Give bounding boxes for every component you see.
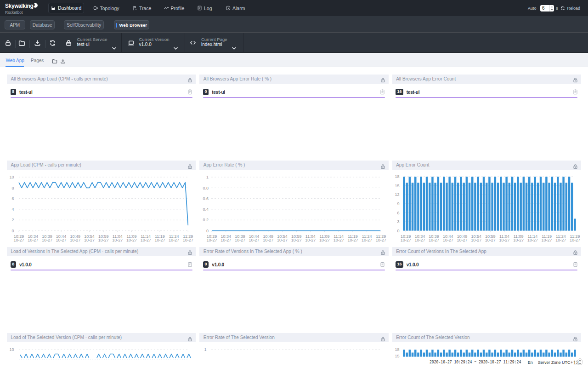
svg-text:10-27: 10-27 xyxy=(84,238,95,242)
svg-text:10-27: 10-27 xyxy=(414,238,425,242)
svg-text:10-27: 10-27 xyxy=(457,238,467,242)
svg-text:10-27: 10-27 xyxy=(348,238,358,242)
svg-text:10: 10 xyxy=(9,347,14,352)
svg-text:2: 2 xyxy=(11,218,14,222)
svg-text:10-27: 10-27 xyxy=(570,238,580,242)
svg-text:1: 1 xyxy=(204,347,207,352)
svg-text:10-27: 10-27 xyxy=(154,238,165,242)
svg-text:10-27: 10-27 xyxy=(56,238,67,242)
svg-text:9: 9 xyxy=(397,201,399,206)
svg-text:0: 0 xyxy=(11,229,14,233)
svg-text:10-27: 10-27 xyxy=(207,238,217,242)
svg-text:10-27: 10-27 xyxy=(221,238,232,242)
svg-text:10-27: 10-27 xyxy=(471,238,481,242)
svg-text:10: 10 xyxy=(9,175,14,179)
svg-text:18: 18 xyxy=(395,347,399,352)
svg-text:10-27: 10-27 xyxy=(376,238,386,242)
svg-text:10-27: 10-27 xyxy=(334,238,344,242)
svg-text:10-27: 10-27 xyxy=(263,238,274,242)
svg-text:10-27: 10-27 xyxy=(28,238,38,242)
svg-text:10-27: 10-27 xyxy=(249,238,260,242)
svg-text:10-27: 10-27 xyxy=(319,238,330,242)
svg-text:10-27: 10-27 xyxy=(126,238,137,242)
svg-text:10-27: 10-27 xyxy=(70,238,80,242)
svg-text:10-27: 10-27 xyxy=(277,238,288,242)
svg-text:10-27: 10-27 xyxy=(183,238,193,242)
svg-text:10-27: 10-27 xyxy=(429,238,439,242)
svg-text:0.2: 0.2 xyxy=(203,218,209,222)
svg-text:15: 15 xyxy=(395,184,399,188)
svg-text:10-27: 10-27 xyxy=(305,238,316,242)
svg-text:0: 0 xyxy=(397,229,399,233)
svg-text:10-27: 10-27 xyxy=(400,238,411,242)
svg-text:10-27: 10-27 xyxy=(485,238,495,242)
svg-text:10-27: 10-27 xyxy=(541,238,552,242)
svg-text:10-27: 10-27 xyxy=(442,238,453,242)
svg-text:10-27: 10-27 xyxy=(13,238,24,242)
svg-text:10-27: 10-27 xyxy=(42,238,52,242)
svg-text:12: 12 xyxy=(395,192,399,197)
svg-text:0.6: 0.6 xyxy=(203,196,209,201)
svg-text:10-27: 10-27 xyxy=(555,238,566,242)
svg-text:10-27: 10-27 xyxy=(112,238,123,242)
svg-text:10-27: 10-27 xyxy=(235,238,245,242)
svg-text:10-27: 10-27 xyxy=(499,238,509,242)
svg-text:3: 3 xyxy=(397,219,399,224)
svg-text:0.4: 0.4 xyxy=(203,207,209,212)
svg-text:0: 0 xyxy=(206,229,209,233)
svg-text:10-27: 10-27 xyxy=(513,238,524,242)
svg-text:4: 4 xyxy=(11,207,14,212)
svg-text:8: 8 xyxy=(11,186,14,190)
svg-text:0.8: 0.8 xyxy=(203,186,209,190)
svg-text:1: 1 xyxy=(206,175,209,179)
svg-text:10-27: 10-27 xyxy=(98,238,109,242)
svg-text:10-27: 10-27 xyxy=(141,238,151,242)
svg-text:18: 18 xyxy=(395,174,399,179)
svg-text:10-27: 10-27 xyxy=(527,238,538,242)
svg-text:10-27: 10-27 xyxy=(169,238,179,242)
svg-text:10-27: 10-27 xyxy=(291,238,302,242)
svg-text:10-27: 10-27 xyxy=(362,238,372,242)
svg-text:15: 15 xyxy=(395,354,399,358)
svg-text:6: 6 xyxy=(397,211,399,215)
svg-text:6: 6 xyxy=(11,196,14,201)
